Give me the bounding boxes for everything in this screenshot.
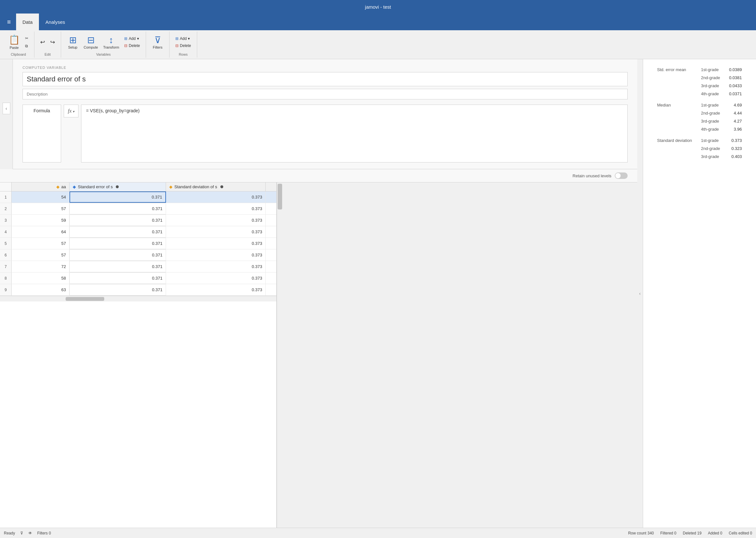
variable-name-input[interactable] — [23, 72, 628, 86]
rows-group: ⊞ Add ▾ ⊟ Delete Rows — [170, 31, 197, 58]
left-area: ‹ COMPUTED VARIABLE Formula fx ▾ — [0, 59, 637, 528]
table-row: 4th-grade 0.0371 — [653, 90, 746, 98]
app-title: jamovi - test — [365, 4, 391, 10]
table-row: 3rd-grade 0.0433 — [653, 82, 746, 90]
copy-button[interactable]: ⧉ — [23, 43, 30, 49]
scissors-icon: ✂ — [25, 36, 28, 40]
add-row-button[interactable]: ⊞ Add ▾ — [174, 35, 193, 42]
hamburger-menu-button[interactable]: ≡ — [3, 17, 15, 28]
delete-variable-button[interactable]: ⊟ Delete — [122, 42, 142, 49]
stat-label: Std. error mean — [653, 66, 696, 74]
table-row: 2nd-grade 0.323 — [653, 144, 746, 152]
tab-data[interactable]: Data — [16, 14, 39, 30]
add-row-icon: ⊞ — [175, 36, 178, 41]
spreadsheet: ◆ aa ◆ Standard error of s ◆ Standard de… — [0, 183, 277, 528]
transform-icon: ↕ — [109, 35, 114, 45]
computed-variable-label: COMPUTED VARIABLE — [23, 66, 628, 70]
delete-row-button[interactable]: ⊟ Delete — [174, 42, 193, 49]
clipboard-group: 📋 Paste ✂ ⧉ Clipboard — [3, 31, 34, 58]
filters-count: Filters 0 — [37, 531, 51, 535]
add-variable-button[interactable]: ⊞ Add ▾ — [122, 35, 142, 42]
cells-edited-count: Cells edited 0 — [729, 531, 752, 535]
table-row[interactable]: 4 64 0.371 0.373 — [0, 226, 277, 238]
spreadsheet-container: ◆ aa ◆ Standard error of s ◆ Standard de… — [0, 183, 637, 528]
transform-button[interactable]: ↕ Transform — [101, 34, 121, 50]
table-row[interactable]: 8 58 0.371 0.373 — [0, 273, 277, 284]
table-row: 4th-grade 3.96 — [653, 125, 746, 133]
table-row: 2nd-grade 4.44 — [653, 109, 746, 117]
add-row-chevron: ▾ — [188, 36, 190, 41]
compute-icon: ⊟ — [87, 35, 95, 45]
table-row[interactable]: 2 57 0.371 0.373 — [0, 203, 277, 215]
retain-levels-toggle[interactable] — [615, 173, 628, 179]
ready-status: Ready — [4, 531, 15, 535]
deleted-count: Deleted 19 — [683, 531, 702, 535]
redo-button[interactable]: ↪ — [48, 38, 57, 47]
added-count: Added 0 — [708, 531, 723, 535]
add-var-icon: ⊞ — [124, 36, 127, 41]
results-panel: Std. error mean 1st-grade 0.0389 2nd-gra… — [643, 59, 756, 528]
grade-label: 1st-grade — [696, 66, 725, 74]
edit-group: ↩ ↪ Edit — [34, 31, 61, 58]
compute-button[interactable]: ⊟ Compute — [82, 33, 100, 50]
filter-icon-status: ⊽ — [20, 531, 23, 535]
table-row: 3rd-grade 4.27 — [653, 117, 746, 125]
table-row: 3rd-grade 0.403 — [653, 152, 746, 161]
setup-button[interactable]: ⊞ Setup — [65, 33, 80, 50]
table-row[interactable]: 1 54 0.371 0.373 — [0, 191, 277, 203]
col-header-aa[interactable]: ◆ aa — [12, 183, 70, 191]
chevron-left-results-icon: ‹ — [639, 291, 641, 296]
vertical-scrollbar[interactable] — [277, 183, 282, 528]
status-bar: Ready ⊽ 👁 Filters 0 Row count 340 Filter… — [0, 528, 756, 538]
sd-col-dot — [220, 185, 223, 188]
retain-levels-row: Retain unused levels — [0, 169, 637, 183]
copy-icon: ⧉ — [25, 44, 28, 48]
main-content: ‹ COMPUTED VARIABLE Formula fx ▾ — [0, 59, 756, 528]
undo-icon: ↩ — [40, 39, 45, 46]
undo-button[interactable]: ↩ — [38, 38, 47, 47]
table-row[interactable]: 3 59 0.371 0.373 — [0, 215, 277, 226]
variables-group: ⊞ Setup ⊟ Compute ↕ Transform ⊞ Add ▾ ⊟ … — [61, 31, 146, 58]
col-header-sd[interactable]: ◆ Standard deviation of s — [166, 183, 266, 191]
formula-expression-box[interactable]: = VSE(s, group_by=grade) — [81, 105, 627, 163]
results-collapse-button[interactable]: ‹ — [637, 59, 643, 528]
table-row[interactable]: 6 57 0.371 0.373 — [0, 249, 277, 261]
table-row[interactable]: 5 57 0.371 0.373 — [0, 238, 277, 249]
setup-icon: ⊞ — [69, 35, 76, 45]
h-scroll-thumb[interactable] — [66, 297, 104, 301]
del-row-icon: ⊟ — [175, 43, 178, 48]
add-var-chevron: ▾ — [137, 36, 139, 41]
table-row[interactable]: 7 72 0.371 0.373 — [0, 261, 277, 273]
filtered-count: Filtered 0 — [660, 531, 676, 535]
v-scroll-thumb[interactable] — [277, 184, 282, 209]
cut-button[interactable]: ✂ — [23, 35, 30, 41]
ribbon: ≡ Data Analyses — [0, 14, 756, 30]
stat-value: 0.0389 — [725, 66, 746, 74]
table-row[interactable]: 9 63 0.371 0.373 — [0, 284, 277, 296]
tab-analyses[interactable]: Analyses — [39, 14, 72, 30]
redo-icon: ↪ — [50, 39, 55, 46]
toolbar: 📋 Paste ✂ ⧉ Clipboard ↩ ↪ Edit — [0, 30, 756, 59]
table-row: Median 1st-grade 4.69 — [653, 101, 746, 109]
column-headers: ◆ aa ◆ Standard error of s ◆ Standard de… — [0, 183, 277, 191]
paste-button[interactable]: 📋 Paste — [6, 33, 22, 51]
filters-button[interactable]: ⊽ Filters — [150, 33, 165, 50]
variable-description-input[interactable] — [23, 89, 628, 99]
col-header-se[interactable]: ◆ Standard error of s — [70, 183, 166, 191]
retain-levels-label: Retain unused levels — [573, 174, 612, 178]
se-col-icon: ◆ — [73, 185, 76, 189]
computed-variable-panel: COMPUTED VARIABLE Formula fx ▾ = VSE(s, … — [13, 59, 637, 169]
filters-group: ⊽ Filters — [146, 31, 170, 58]
table-row: Std. error mean 1st-grade 0.0389 — [653, 66, 746, 74]
horizontal-scrollbar[interactable] — [0, 296, 277, 301]
del-var-icon: ⊟ — [124, 43, 127, 48]
chevron-left-icon: ‹ — [6, 106, 7, 111]
formula-fx-button[interactable]: fx ▾ — [64, 105, 78, 118]
collapse-panel-button[interactable]: ‹ — [3, 103, 10, 114]
table-row: Standard deviation 1st-grade 0.373 — [653, 136, 746, 144]
hamburger-icon: ≡ — [7, 18, 11, 26]
aa-col-icon: ◆ — [56, 185, 60, 189]
paste-icon: 📋 — [9, 34, 20, 45]
table-row: 2nd-grade 0.0381 — [653, 74, 746, 82]
eye-icon-status: 👁 — [28, 531, 32, 535]
